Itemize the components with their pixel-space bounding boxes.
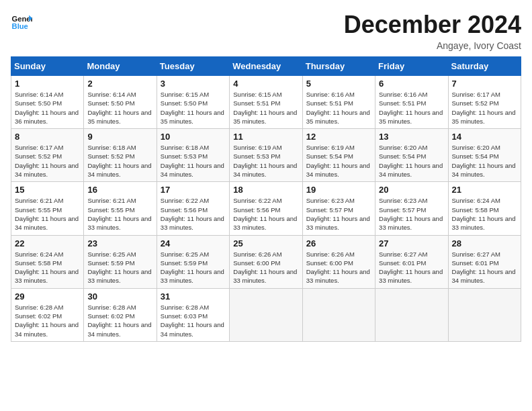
day-detail: Sunrise: 6:28 AM Sunset: 6:02 PM Dayligh… xyxy=(87,303,152,338)
day-detail: Sunrise: 6:23 AM Sunset: 5:57 PM Dayligh… xyxy=(379,196,444,232)
calendar-cell: 6Sunrise: 6:16 AM Sunset: 5:51 PM Daylig… xyxy=(375,76,448,129)
day-detail: Sunrise: 6:14 AM Sunset: 5:50 PM Dayligh… xyxy=(87,90,152,126)
day-number: 19 xyxy=(306,185,371,195)
calendar-cell: 14Sunrise: 6:20 AM Sunset: 5:54 PM Dayli… xyxy=(448,129,521,182)
day-detail: Sunrise: 6:25 AM Sunset: 5:59 PM Dayligh… xyxy=(161,250,226,285)
day-detail: Sunrise: 6:19 AM Sunset: 5:53 PM Dayligh… xyxy=(233,143,298,179)
day-number: 7 xyxy=(452,79,517,89)
day-number: 17 xyxy=(161,185,226,195)
day-number: 25 xyxy=(233,238,298,248)
col-saturday: Saturday xyxy=(448,57,521,76)
day-number: 15 xyxy=(15,185,80,195)
calendar-subtitle: Angaye, Ivory Coast xyxy=(344,40,521,51)
day-number: 23 xyxy=(87,238,152,248)
day-number: 13 xyxy=(379,132,444,142)
day-detail: Sunrise: 6:21 AM Sunset: 5:55 PM Dayligh… xyxy=(15,196,80,232)
day-number: 6 xyxy=(379,79,444,89)
day-detail: Sunrise: 6:20 AM Sunset: 5:54 PM Dayligh… xyxy=(379,143,444,179)
day-detail: Sunrise: 6:17 AM Sunset: 5:52 PM Dayligh… xyxy=(15,143,80,179)
calendar-cell: 5Sunrise: 6:16 AM Sunset: 5:51 PM Daylig… xyxy=(302,76,375,129)
week-row-2: 8Sunrise: 6:17 AM Sunset: 5:52 PM Daylig… xyxy=(11,129,521,182)
day-detail: Sunrise: 6:28 AM Sunset: 6:02 PM Dayligh… xyxy=(15,303,80,338)
svg-text:Blue: Blue xyxy=(12,22,28,30)
col-sunday: Sunday xyxy=(11,57,84,76)
calendar-cell: 10Sunrise: 6:18 AM Sunset: 5:53 PM Dayli… xyxy=(157,129,229,182)
calendar-cell: 31Sunrise: 6:28 AM Sunset: 6:03 PM Dayli… xyxy=(157,288,229,341)
header-row: Sunday Monday Tuesday Wednesday Thursday… xyxy=(11,57,521,76)
day-number: 4 xyxy=(233,79,298,89)
week-row-1: 1Sunrise: 6:14 AM Sunset: 5:50 PM Daylig… xyxy=(11,76,521,129)
day-detail: Sunrise: 6:24 AM Sunset: 5:58 PM Dayligh… xyxy=(15,250,80,285)
calendar-title: December 2024 xyxy=(344,11,521,39)
day-number: 31 xyxy=(161,291,226,302)
day-number: 18 xyxy=(233,185,298,195)
calendar-cell: 4Sunrise: 6:15 AM Sunset: 5:51 PM Daylig… xyxy=(230,76,302,129)
col-friday: Friday xyxy=(375,57,448,76)
day-number: 24 xyxy=(161,238,226,248)
day-number: 16 xyxy=(87,185,152,195)
col-thursday: Thursday xyxy=(302,57,375,76)
calendar-cell xyxy=(375,288,448,341)
calendar-cell: 17Sunrise: 6:22 AM Sunset: 5:56 PM Dayli… xyxy=(157,182,229,235)
day-detail: Sunrise: 6:14 AM Sunset: 5:50 PM Dayligh… xyxy=(15,90,80,126)
day-number: 26 xyxy=(306,238,371,248)
calendar-cell: 25Sunrise: 6:26 AM Sunset: 6:00 PM Dayli… xyxy=(230,235,302,288)
calendar-cell: 15Sunrise: 6:21 AM Sunset: 5:55 PM Dayli… xyxy=(11,182,84,235)
week-row-5: 29Sunrise: 6:28 AM Sunset: 6:02 PM Dayli… xyxy=(11,288,521,341)
col-wednesday: Wednesday xyxy=(230,57,302,76)
day-detail: Sunrise: 6:28 AM Sunset: 6:03 PM Dayligh… xyxy=(161,303,226,338)
day-detail: Sunrise: 6:27 AM Sunset: 6:01 PM Dayligh… xyxy=(379,250,444,285)
calendar-cell xyxy=(302,288,375,341)
calendar-cell: 21Sunrise: 6:24 AM Sunset: 5:58 PM Dayli… xyxy=(448,182,521,235)
day-number: 22 xyxy=(15,238,80,248)
calendar-cell: 16Sunrise: 6:21 AM Sunset: 5:55 PM Dayli… xyxy=(84,182,157,235)
day-detail: Sunrise: 6:26 AM Sunset: 6:00 PM Dayligh… xyxy=(233,250,298,285)
col-tuesday: Tuesday xyxy=(157,57,229,76)
calendar-cell: 22Sunrise: 6:24 AM Sunset: 5:58 PM Dayli… xyxy=(11,235,84,288)
calendar-cell xyxy=(448,288,521,341)
calendar-cell: 29Sunrise: 6:28 AM Sunset: 6:02 PM Dayli… xyxy=(11,288,84,341)
day-number: 3 xyxy=(161,79,226,89)
day-detail: Sunrise: 6:15 AM Sunset: 5:50 PM Dayligh… xyxy=(161,90,226,126)
page-header: General Blue December 2024 Angaye, Ivory… xyxy=(11,11,521,51)
calendar-cell: 24Sunrise: 6:25 AM Sunset: 5:59 PM Dayli… xyxy=(157,235,229,288)
calendar-cell: 27Sunrise: 6:27 AM Sunset: 6:01 PM Dayli… xyxy=(375,235,448,288)
day-number: 20 xyxy=(379,185,444,195)
day-detail: Sunrise: 6:15 AM Sunset: 5:51 PM Dayligh… xyxy=(233,90,298,126)
title-area: December 2024 Angaye, Ivory Coast xyxy=(344,11,521,51)
day-number: 10 xyxy=(161,132,226,142)
calendar-cell xyxy=(230,288,302,341)
day-number: 1 xyxy=(15,79,80,89)
day-number: 9 xyxy=(87,132,152,142)
logo: General Blue xyxy=(11,11,32,32)
day-number: 14 xyxy=(452,132,517,142)
day-detail: Sunrise: 6:21 AM Sunset: 5:55 PM Dayligh… xyxy=(87,196,152,232)
day-number: 29 xyxy=(15,291,80,302)
day-detail: Sunrise: 6:16 AM Sunset: 5:51 PM Dayligh… xyxy=(306,90,371,126)
calendar-cell: 13Sunrise: 6:20 AM Sunset: 5:54 PM Dayli… xyxy=(375,129,448,182)
calendar-cell: 7Sunrise: 6:17 AM Sunset: 5:52 PM Daylig… xyxy=(448,76,521,129)
logo-icon: General Blue xyxy=(11,11,32,32)
day-number: 11 xyxy=(233,132,298,142)
calendar-table: Sunday Monday Tuesday Wednesday Thursday… xyxy=(11,56,521,342)
calendar-cell: 11Sunrise: 6:19 AM Sunset: 5:53 PM Dayli… xyxy=(230,129,302,182)
day-detail: Sunrise: 6:17 AM Sunset: 5:52 PM Dayligh… xyxy=(452,90,517,126)
day-number: 5 xyxy=(306,79,371,89)
day-detail: Sunrise: 6:16 AM Sunset: 5:51 PM Dayligh… xyxy=(379,90,444,126)
calendar-cell: 28Sunrise: 6:27 AM Sunset: 6:01 PM Dayli… xyxy=(448,235,521,288)
day-number: 28 xyxy=(452,238,517,248)
day-detail: Sunrise: 6:19 AM Sunset: 5:54 PM Dayligh… xyxy=(306,143,371,179)
week-row-3: 15Sunrise: 6:21 AM Sunset: 5:55 PM Dayli… xyxy=(11,182,521,235)
week-row-4: 22Sunrise: 6:24 AM Sunset: 5:58 PM Dayli… xyxy=(11,235,521,288)
calendar-cell: 19Sunrise: 6:23 AM Sunset: 5:57 PM Dayli… xyxy=(302,182,375,235)
day-detail: Sunrise: 6:26 AM Sunset: 6:00 PM Dayligh… xyxy=(306,250,371,285)
col-monday: Monday xyxy=(84,57,157,76)
calendar-cell: 2Sunrise: 6:14 AM Sunset: 5:50 PM Daylig… xyxy=(84,76,157,129)
day-detail: Sunrise: 6:25 AM Sunset: 5:59 PM Dayligh… xyxy=(87,250,152,285)
calendar-cell: 8Sunrise: 6:17 AM Sunset: 5:52 PM Daylig… xyxy=(11,129,84,182)
day-detail: Sunrise: 6:22 AM Sunset: 5:56 PM Dayligh… xyxy=(233,196,298,232)
day-detail: Sunrise: 6:20 AM Sunset: 5:54 PM Dayligh… xyxy=(452,143,517,179)
calendar-cell: 1Sunrise: 6:14 AM Sunset: 5:50 PM Daylig… xyxy=(11,76,84,129)
day-number: 27 xyxy=(379,238,444,248)
day-detail: Sunrise: 6:27 AM Sunset: 6:01 PM Dayligh… xyxy=(452,250,517,285)
